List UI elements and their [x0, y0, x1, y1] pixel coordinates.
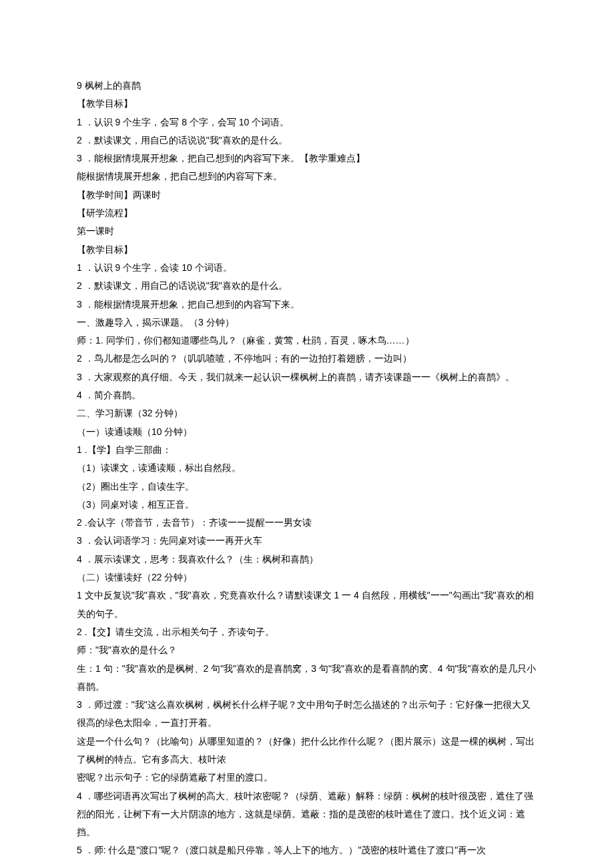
text-line: 师："我"喜欢的是什么？ — [77, 641, 537, 659]
text-line: 1 ．认识 9 个生字，会写 8 个字，会写 10 个词语。 — [77, 113, 537, 131]
text-line: 密呢？出示句子：它的绿荫遮蔽了村里的渡口。 — [77, 769, 537, 787]
text-line: 4 ．展示读课文，思考：我喜欢什么？（生：枫树和喜鹊） — [77, 550, 537, 568]
document-content: 9 枫树上的喜鹊【教学目标】1 ．认识 9 个生字，会写 8 个字，会写 10 … — [77, 77, 537, 860]
text-line: 1 文中反复说"我"喜欢，"我"喜欢，究竟喜欢什么？请默读课文 1 一 4 自然… — [77, 586, 537, 623]
text-line: （二）读懂读好（22 分钟） — [77, 568, 537, 586]
text-line: 这是一个什么句？（比喻句）从哪里知道的？（好像）把什么比作什么呢？（图片展示）这… — [77, 733, 537, 769]
text-line: 2 .会认字（带音节，去音节）：齐读一一提醒一一男女读 — [77, 514, 537, 532]
text-line: 9 枫树上的喜鹊 — [77, 77, 537, 95]
document-page: 9 枫树上的喜鹊【教学目标】1 ．认识 9 个生字，会写 8 个字，会写 10 … — [0, 0, 614, 868]
text-line: （一）读通读顺（10 分钟） — [77, 423, 537, 441]
text-line: 3 ．能根据情境展开想象，把自己想到的内容写下来。 — [77, 296, 537, 314]
text-line: 【教学目标】 — [77, 95, 537, 113]
text-line: 【教学目标】 — [77, 241, 537, 259]
text-line: （3）同桌对读，相互正音。 — [77, 496, 537, 514]
text-line: 1 ．认识 9 个生字，会读 10 个词语。 — [77, 259, 537, 277]
text-line: 【教学时间】两课时 — [77, 186, 537, 204]
text-line: 4 ．哪些词语再次写出了枫树的高大、枝叶浓密呢？（绿荫、遮蔽）解释：绿荫：枫树的… — [77, 787, 537, 842]
text-line: 师：1. 同学们，你们都知道哪些鸟儿？（麻雀，黄莺，杜鹃，百灵，啄木鸟……） — [77, 332, 537, 350]
text-line: 第一课时 — [77, 222, 537, 240]
text-line: 5 ．师: 什么是"渡口"呢？（渡口就是船只停靠，等人上下的地方。）"茂密的枝叶… — [77, 841, 537, 859]
text-line: 2 ．默读课文，用自己的话说说"我"喜欢的是什么。 — [77, 277, 537, 295]
text-line: 一、激趣导入，揭示课题。（3 分钟） — [77, 314, 537, 332]
text-line: 2 ．默读课文，用自己的话说说"我"喜欢的是什么。 — [77, 131, 537, 149]
text-line: 3 ．师过渡："我"这么喜欢枫树，枫树长什么样子呢？文中用句子时怎么描述的？出示… — [77, 696, 537, 733]
text-line: 生：1 句："我"喜欢的是枫树、2 句"我"喜欢的是喜鹊窝，3 句"我"喜欢的是… — [77, 660, 537, 697]
text-line: 1 .【学】自学三部曲： — [77, 441, 537, 459]
text-line: 2 .【交】请生交流，出示相关句子，齐读句子。 — [77, 623, 537, 641]
text-line: 3 ．能根据情境展开想象，把自己想到的内容写下来。【教学重难点】 — [77, 149, 537, 167]
text-line: 3 ．会认词语学习：先同桌对读一一再开火车 — [77, 532, 537, 550]
text-line: （2）圈出生字，自读生字。 — [77, 478, 537, 496]
text-line: 4 ．简介喜鹊。 — [77, 386, 537, 404]
text-line: 二、学习新课（32 分钟） — [77, 404, 537, 422]
text-line: 【研学流程】 — [77, 204, 537, 222]
text-line: （1）读课文，读通读顺，标出自然段。 — [77, 459, 537, 477]
text-line: 2 ．鸟儿都是怎么叫的？（叽叽喳喳，不停地叫；有的一边拍打着翅膀，一边叫） — [77, 350, 537, 368]
text-line: 能根据情境展开想象，把自己想到的内容写下来。 — [77, 167, 537, 185]
text-line: 3 ．大家观察的真仔细。今天，我们就来一起认识一棵枫树上的喜鹊，请齐读课题一一《… — [77, 368, 537, 386]
